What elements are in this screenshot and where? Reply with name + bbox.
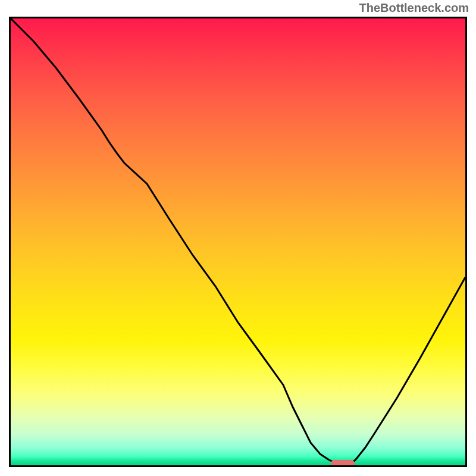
optimal-marker <box>331 460 355 465</box>
chart-frame <box>9 17 467 467</box>
chart-area <box>11 18 465 465</box>
bottleneck-curve <box>11 18 465 464</box>
watermark-text: TheBottleneck.com <box>359 1 469 15</box>
chart-svg <box>11 18 465 465</box>
